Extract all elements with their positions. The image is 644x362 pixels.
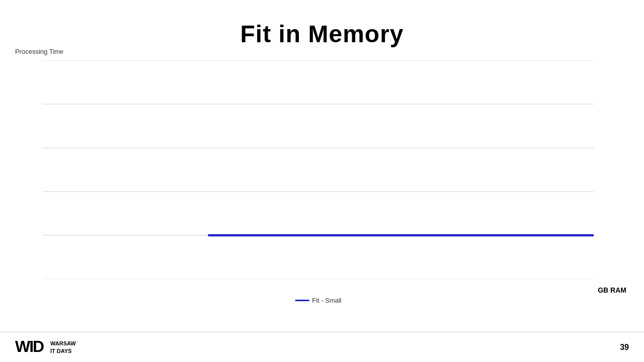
chart-container: Processing Time 012345048121620242832364… <box>15 55 629 307</box>
legend-line-fit-small <box>295 300 309 301</box>
svg-text:WID: WID <box>15 337 44 354</box>
logo-line2: IT DAYS <box>50 347 76 354</box>
chart-area: 0123450481216202428323640 GB RAM Fit - S… <box>43 60 594 279</box>
legend-label-fit-small: Fit - Small <box>312 297 342 304</box>
logo-line1: WARSAW <box>50 340 76 347</box>
page-number: 39 <box>620 343 629 352</box>
chart-svg: 0123450481216202428323640 <box>43 60 594 279</box>
y-axis-label: Processing Time <box>15 48 63 55</box>
page-title: Fit in Memory <box>0 0 644 48</box>
logo-text: WARSAW IT DAYS <box>50 340 76 354</box>
logo-mark: WID <box>15 337 45 358</box>
logo: WID WARSAW IT DAYS <box>15 337 76 358</box>
x-axis-unit-label: GB RAM <box>598 286 626 294</box>
footer: WID WARSAW IT DAYS 39 <box>0 332 644 362</box>
chart-legend: Fit - Small <box>295 297 342 304</box>
